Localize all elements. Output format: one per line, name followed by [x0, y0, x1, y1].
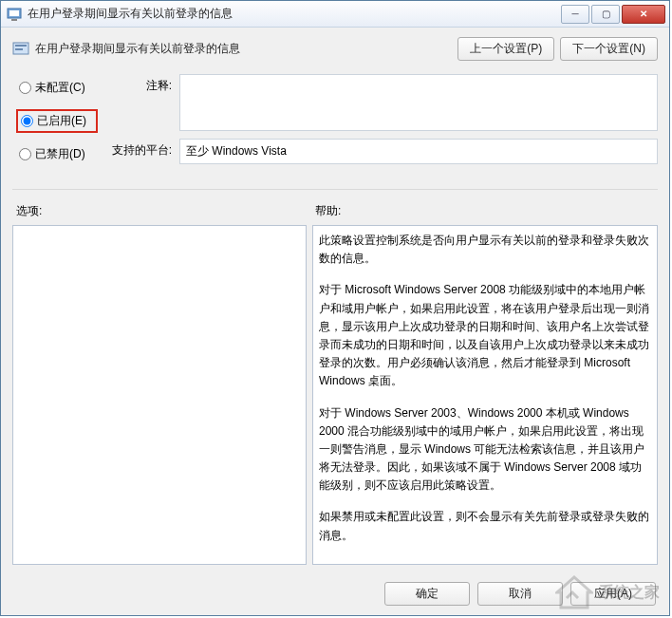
svg-rect-1 [9, 10, 19, 16]
minimize-button[interactable]: ─ [561, 5, 589, 24]
comment-row: 注释: [107, 74, 658, 131]
window-buttons: ─ ▢ ✕ [561, 5, 665, 24]
window-title: 在用户登录期间显示有关以前登录的信息 [28, 6, 561, 22]
apply-button[interactable]: 应用(A) [570, 582, 656, 606]
platform-label: 支持的平台: [107, 139, 172, 159]
help-panel: 此策略设置控制系统是否向用户显示有关以前的登录和登录失败次数的信息。对于 Mic… [312, 225, 658, 565]
radio-not-configured[interactable]: 未配置(C) [16, 78, 98, 98]
policy-title: 在用户登录期间显示有关以前登录的信息 [35, 41, 457, 57]
options-label: 选项: [12, 203, 311, 219]
svg-rect-5 [15, 48, 23, 50]
titlebar: 在用户登录期间显示有关以前登录的信息 ─ ▢ ✕ [1, 1, 669, 28]
comment-label: 注释: [107, 74, 172, 94]
help-paragraph: 对于 Microsoft Windows Server 2008 功能级别域中的… [319, 281, 649, 390]
cancel-button[interactable]: 取消 [477, 582, 563, 606]
lower-labels: 选项: 帮助: [12, 203, 658, 219]
radio-enabled[interactable]: 已启用(E) [16, 109, 98, 133]
policy-editor-window: 在用户登录期间显示有关以前登录的信息 ─ ▢ ✕ 在用户登录期间显示有关以前登录… [0, 0, 670, 616]
radio-column: 未配置(C) 已启用(E) 已禁用(D) [12, 74, 98, 176]
help-label: 帮助: [311, 203, 341, 219]
svg-rect-2 [11, 19, 17, 21]
radio-disabled[interactable]: 已禁用(D) [16, 144, 98, 164]
platform-row: 支持的平台: 至少 Windows Vista [107, 139, 658, 164]
svg-rect-4 [15, 45, 27, 47]
radio-label: 已启用(E) [37, 113, 86, 129]
fields-column: 注释: 支持的平台: 至少 Windows Vista [107, 74, 658, 176]
config-section: 未配置(C) 已启用(E) 已禁用(D) 注释: 支持的平台: [12, 74, 658, 190]
lower-panels: 此策略设置控制系统是否向用户显示有关以前的登录和登录失败次数的信息。对于 Mic… [12, 225, 658, 565]
close-button[interactable]: ✕ [622, 5, 665, 24]
help-paragraph: 如果禁用或未配置此设置，则不会显示有关先前登录或登录失败的消息。 [319, 508, 649, 544]
help-paragraph: 此策略设置控制系统是否向用户显示有关以前的登录和登录失败次数的信息。 [319, 232, 649, 268]
nav-buttons: 上一个设置(P) 下一个设置(N) [457, 37, 658, 61]
radio-label: 未配置(C) [35, 80, 85, 96]
help-scroll[interactable]: 此策略设置控制系统是否向用户显示有关以前的登录和登录失败次数的信息。对于 Mic… [313, 226, 657, 564]
comment-input[interactable] [179, 74, 658, 131]
radio-label: 已禁用(D) [35, 146, 85, 162]
header-row: 在用户登录期间显示有关以前登录的信息 上一个设置(P) 下一个设置(N) [12, 37, 658, 66]
ok-button[interactable]: 确定 [384, 582, 470, 606]
radio-enabled-input[interactable] [21, 115, 33, 127]
footer: 确定 取消 应用(A) 系统之家 [1, 574, 669, 615]
policy-icon [12, 41, 29, 58]
platform-value: 至少 Windows Vista [179, 139, 658, 164]
maximize-button[interactable]: ▢ [591, 5, 620, 24]
prev-setting-button[interactable]: 上一个设置(P) [457, 37, 554, 61]
radio-not-configured-input[interactable] [19, 82, 31, 94]
content-area: 在用户登录期间显示有关以前登录的信息 上一个设置(P) 下一个设置(N) 未配置… [1, 28, 669, 574]
options-panel [12, 225, 307, 565]
next-setting-button[interactable]: 下一个设置(N) [560, 37, 658, 61]
app-icon [7, 7, 22, 22]
radio-disabled-input[interactable] [19, 148, 31, 160]
help-paragraph: 对于 Windows Server 2003、Windows 2000 本机或 … [319, 404, 649, 496]
